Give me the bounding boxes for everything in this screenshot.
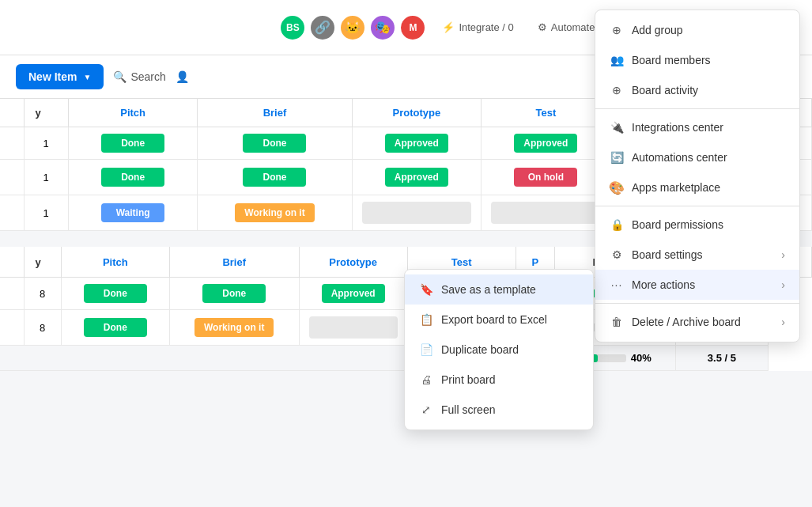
submenu-duplicate-label: Duplicate board bbox=[441, 343, 519, 356]
menu-board-activity[interactable]: ⊕ Board activity bbox=[595, 75, 799, 105]
menu-add-group-label: Add group bbox=[632, 24, 683, 36]
menu-integrations[interactable]: 🔌 Integrations center bbox=[595, 112, 799, 142]
row2-pitch: Done bbox=[61, 310, 169, 346]
dots-icon: ··· bbox=[610, 278, 624, 292]
submenu-save-template-label: Save as a template bbox=[441, 283, 536, 296]
new-item-button[interactable]: New Item ▼ bbox=[16, 64, 104, 89]
row2-prototype: Approved bbox=[299, 278, 407, 310]
plus-circle-icon: ⊕ bbox=[610, 23, 624, 37]
row-name: 1 bbox=[24, 127, 68, 160]
menu-board-members[interactable]: 👥 Board members bbox=[595, 45, 799, 75]
row-cb bbox=[0, 127, 24, 160]
col2-brief: Brief bbox=[169, 247, 299, 278]
submenu-export-excel[interactable]: 📋 Export board to Excel bbox=[405, 305, 593, 335]
menu-automations-label: Automations center bbox=[632, 151, 727, 164]
refresh-icon: 🔄 bbox=[610, 150, 624, 165]
menu-more-actions[interactable]: ··· More actions › bbox=[595, 270, 799, 300]
submenu-fullscreen-label: Full screen bbox=[441, 403, 495, 416]
footer-priority: 3.5 / 5 bbox=[675, 346, 768, 371]
row-test: Approved bbox=[482, 127, 610, 160]
submenu-export-label: Export board to Excel bbox=[441, 313, 547, 326]
menu-board-permissions[interactable]: 🔒 Board permissions bbox=[595, 210, 799, 240]
divider-2 bbox=[595, 206, 799, 206]
row-name: 1 bbox=[24, 160, 68, 195]
integrate-icon: ⚡ bbox=[442, 21, 455, 33]
menu-delete-archive[interactable]: 🗑 Delete / Archive board › bbox=[595, 307, 799, 337]
lock-icon: 🔒 bbox=[610, 218, 624, 232]
row-prototype: Approved bbox=[352, 160, 481, 195]
search-label: Search bbox=[130, 70, 165, 83]
avatar-bs: BS bbox=[279, 14, 306, 41]
new-item-arrow-icon: ▼ bbox=[83, 73, 91, 81]
settings-icon: ⚙ bbox=[610, 248, 624, 262]
row2-name: 8 bbox=[24, 310, 61, 346]
sub-context-menu: 🔖 Save as a template 📋 Export board to E… bbox=[404, 269, 594, 430]
row2-cb bbox=[0, 278, 24, 310]
copy-icon: 📄 bbox=[419, 342, 433, 357]
bookmark-icon: 🔖 bbox=[419, 282, 433, 297]
menu-integrations-label: Integrations center bbox=[632, 121, 723, 134]
printer-icon: 🖨 bbox=[419, 373, 433, 387]
menu-apps-label: Apps marketplace bbox=[632, 181, 720, 194]
search-button[interactable]: 🔍 Search bbox=[113, 70, 165, 83]
col-name: y bbox=[24, 99, 68, 127]
avatar-group: BS 🔗 🐱 🎭 M bbox=[279, 14, 426, 41]
menu-apps[interactable]: 🎨 Apps marketplace bbox=[595, 172, 799, 202]
divider-1 bbox=[595, 108, 799, 109]
settings-chevron-icon: › bbox=[781, 248, 785, 261]
search-icon: 🔍 bbox=[113, 70, 127, 83]
submenu-print[interactable]: 🖨 Print board bbox=[405, 365, 593, 395]
col2-pitch: Pitch bbox=[61, 247, 169, 278]
menu-board-permissions-label: Board permissions bbox=[632, 218, 723, 231]
row2-pitch: Done bbox=[61, 278, 169, 310]
col-test: Test bbox=[482, 99, 610, 127]
menu-delete-archive-label: Delete / Archive board bbox=[632, 316, 741, 328]
avatar-link: 🔗 bbox=[309, 14, 336, 41]
avatar-mask: 🎭 bbox=[369, 14, 396, 41]
new-item-label: New Item bbox=[28, 70, 77, 83]
avatar-cat: 🐱 bbox=[339, 14, 366, 41]
col2-checkbox bbox=[0, 247, 24, 278]
table-icon: 📋 bbox=[419, 312, 433, 327]
row-prototype: Approved bbox=[352, 127, 481, 160]
row2-prototype bbox=[299, 310, 407, 346]
row-prototype bbox=[352, 195, 481, 231]
col-prototype: Prototype bbox=[352, 99, 481, 127]
integrate-button[interactable]: ⚡ Integrate / 0 bbox=[434, 17, 521, 38]
row-name: 1 bbox=[24, 195, 68, 231]
row-brief: Done bbox=[198, 160, 352, 195]
menu-automations[interactable]: 🔄 Automations center bbox=[595, 142, 799, 172]
menu-board-activity-label: Board activity bbox=[632, 84, 698, 96]
menu-board-settings[interactable]: ⚙ Board settings › bbox=[595, 240, 799, 270]
submenu-save-template[interactable]: 🔖 Save as a template bbox=[405, 274, 593, 305]
row-pitch: Waiting bbox=[68, 195, 197, 231]
menu-add-group[interactable]: ⊕ Add group bbox=[595, 15, 799, 45]
row2-brief: Working on it bbox=[169, 310, 299, 346]
automate-icon: ⚙ bbox=[538, 21, 547, 33]
fullscreen-icon: ⤢ bbox=[419, 403, 433, 417]
grid-icon: 🎨 bbox=[610, 180, 624, 195]
menu-board-settings-label: Board settings bbox=[632, 248, 703, 261]
activity-icon: ⊕ bbox=[610, 83, 624, 97]
main-context-menu: ⊕ Add group 👥 Board members ⊕ Board acti… bbox=[595, 9, 800, 342]
person-icon: 👤 bbox=[176, 70, 189, 83]
col2-name: y bbox=[24, 247, 61, 278]
people-icon: 👥 bbox=[610, 53, 624, 67]
row-test bbox=[482, 195, 610, 231]
col-pitch: Pitch bbox=[68, 99, 197, 127]
row2-brief: Done bbox=[169, 278, 299, 310]
row-test: On hold bbox=[482, 160, 610, 195]
plug-icon: 🔌 bbox=[610, 120, 624, 134]
trash-icon: 🗑 bbox=[610, 315, 624, 329]
more-actions-chevron-icon: › bbox=[781, 278, 785, 291]
row-pitch: Done bbox=[68, 160, 197, 195]
col-checkbox bbox=[0, 99, 24, 127]
col2-prototype: Prototype bbox=[299, 247, 407, 278]
row2-cb bbox=[0, 310, 24, 346]
person-filter-button[interactable]: 👤 bbox=[176, 70, 189, 83]
row-brief: Working on it bbox=[198, 195, 352, 231]
submenu-fullscreen[interactable]: ⤢ Full screen bbox=[405, 395, 593, 425]
row2-name: 8 bbox=[24, 278, 61, 310]
row-pitch: Done bbox=[68, 127, 197, 160]
submenu-duplicate[interactable]: 📄 Duplicate board bbox=[405, 335, 593, 365]
